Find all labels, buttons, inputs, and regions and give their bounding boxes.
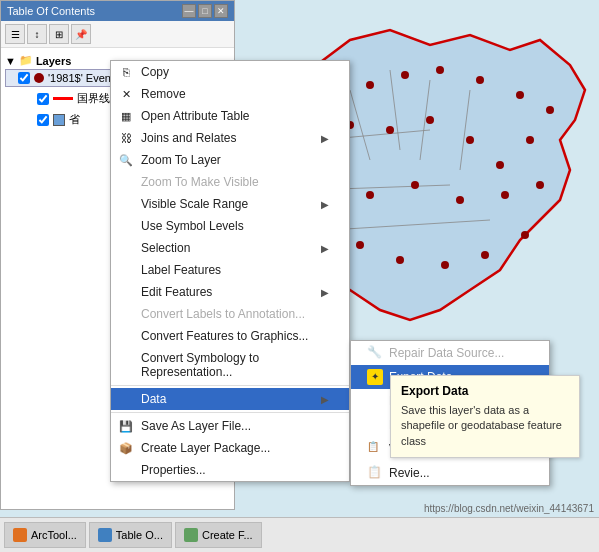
zoom-icon: 🔍 [117,151,135,169]
svg-point-32 [356,241,364,249]
make-icon [367,417,383,433]
menu-convert-symbology[interactable]: Convert Symbology to Representation... [111,347,349,383]
toc-title: Table Of Contents [7,5,95,17]
repair-icon: 🔧 [367,345,383,361]
table-taskbar-icon [98,528,112,542]
svg-point-13 [546,106,554,114]
province-checkbox[interactable] [37,114,49,126]
menu-save-layer[interactable]: 💾 Save As Layer File... [111,415,349,437]
toc-tool-list[interactable]: ☰ [5,24,25,44]
expand-icon[interactable]: ▼ [5,55,16,67]
svg-point-31 [396,256,404,264]
taskbar-create[interactable]: Create F... [175,522,262,548]
taskbar: ArcTool... Table O... Create F... [0,517,599,552]
submenu-arrow-joins: ▶ [321,133,329,144]
arctool-icon [13,528,27,542]
svg-point-30 [441,261,449,269]
menu-edit-features[interactable]: Edit Features ▶ [111,281,349,303]
svg-point-26 [501,191,509,199]
menu-sep-1 [111,385,349,386]
watermark: https://blog.csdn.net/weixin_44143671 [424,503,594,514]
remove-icon: ✕ [117,85,135,103]
table-icon: ▦ [117,107,135,125]
menu-selection[interactable]: Selection ▶ [111,237,349,259]
menu-properties[interactable]: Properties... [111,459,349,481]
province-symbol [53,114,65,126]
svg-point-25 [456,196,464,204]
submenu-repair: 🔧 Repair Data Source... [351,341,549,365]
expor2-icon [367,393,383,409]
svg-point-8 [366,81,374,89]
svg-point-18 [386,126,394,134]
submenu-arrow-data: ▶ [321,394,329,405]
submenu-arrow-edit: ▶ [321,287,329,298]
province-label: 省 [69,112,80,127]
menu-data[interactable]: Data ▶ [111,388,349,410]
menu-open-attribute-table[interactable]: ▦ Open Attribute Table [111,105,349,127]
toc-titlebar: Table Of Contents — □ ✕ [1,1,234,21]
group-icon: 📁 [19,54,33,67]
menu-convert-features[interactable]: Convert Features to Graphics... [111,325,349,347]
svg-point-10 [436,66,444,74]
taskbar-arctool[interactable]: ArcTool... [4,522,86,548]
export-tooltip: Export Data Save this layer's data as a … [390,375,580,458]
boundary-symbol [53,97,73,100]
menu-visible-scale[interactable]: Visible Scale Range ▶ [111,193,349,215]
tooltip-title: Export Data [401,384,569,398]
create-taskbar-icon [184,528,198,542]
svg-point-28 [521,231,529,239]
save-layer-icon: 💾 [117,417,135,435]
menu-sep-2 [111,412,349,413]
menu-joins-relates[interactable]: ⛓ Joins and Relates ▶ [111,127,349,149]
toc-tool-pin[interactable]: 📌 [71,24,91,44]
taskbar-table[interactable]: Table O... [89,522,172,548]
menu-symbol-levels[interactable]: Use Symbol Levels [111,215,349,237]
menu-convert-labels: Convert Labels to Annotation... [111,303,349,325]
view-icon: 📋 [367,441,383,457]
svg-point-16 [466,136,474,144]
boundary-label: 国界线 [77,91,110,106]
svg-point-23 [366,191,374,199]
minimize-button[interactable]: — [182,4,196,18]
review-icon: 📋 [367,465,383,481]
package-icon: 📦 [117,439,135,457]
context-menu: ⎘ Copy ✕ Remove ▦ Open Attribute Table ⛓… [110,60,350,482]
tooltip-desc: Save this layer's data as a shapefile or… [401,403,569,449]
maximize-button[interactable]: □ [198,4,212,18]
submenu-arrow-selection: ▶ [321,243,329,254]
svg-point-29 [481,251,489,259]
menu-copy[interactable]: ⎘ Copy [111,61,349,83]
submenu-review[interactable]: 📋 Revie... [351,461,549,485]
copy-icon: ⎘ [117,63,135,81]
svg-point-15 [496,161,504,169]
toc-toolbar: ☰ ↕ ⊞ 📌 [1,21,234,48]
menu-remove[interactable]: ✕ Remove [111,83,349,105]
submenu-arrow-scale: ▶ [321,199,329,210]
toc-window-buttons: — □ ✕ [182,4,228,18]
toc-tool-sort[interactable]: ↕ [27,24,47,44]
menu-create-package[interactable]: 📦 Create Layer Package... [111,437,349,459]
svg-point-17 [426,116,434,124]
svg-point-14 [526,136,534,144]
svg-point-12 [516,91,524,99]
join-icon: ⛓ [117,129,135,147]
events-checkbox[interactable] [18,72,30,84]
svg-point-24 [411,181,419,189]
zoom-visible-icon [117,173,135,191]
events-symbol [34,73,44,83]
svg-point-9 [401,71,409,79]
export-icon: ✦ [367,369,383,385]
menu-zoom-visible: Zoom To Make Visible [111,171,349,193]
menu-label-features[interactable]: Label Features [111,259,349,281]
svg-point-27 [536,181,544,189]
close-button[interactable]: ✕ [214,4,228,18]
svg-point-11 [476,76,484,84]
menu-zoom-layer[interactable]: 🔍 Zoom To Layer [111,149,349,171]
toc-tool-options[interactable]: ⊞ [49,24,69,44]
events-label: '1981$' Events [48,72,119,84]
boundary-checkbox[interactable] [37,93,49,105]
group-label: Layers [36,55,71,67]
